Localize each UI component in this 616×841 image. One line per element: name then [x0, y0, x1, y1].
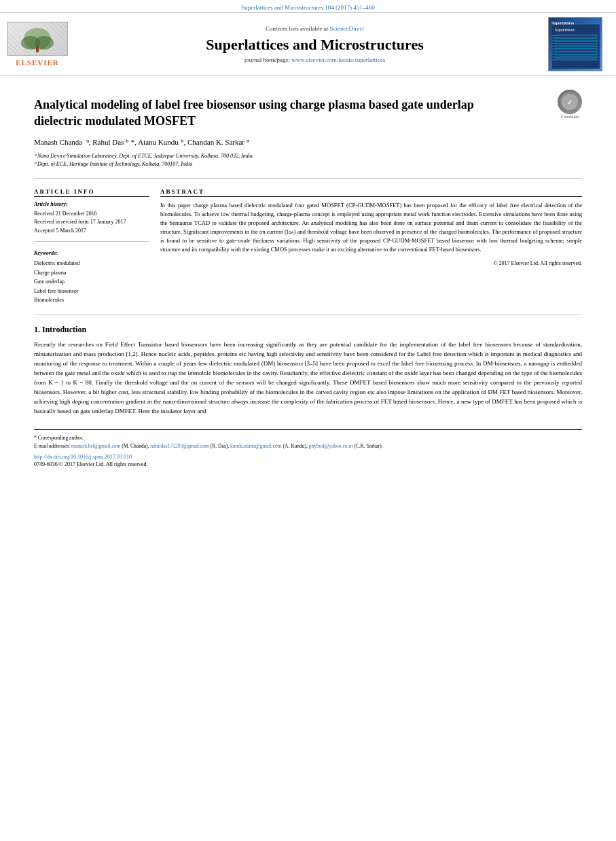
cover-art-svg: Superlattices — [552, 24, 600, 69]
journal-title-area: Contents lists available at ScienceDirec… — [88, 25, 541, 63]
paper-title: Analytical modeling of label free biosen… — [34, 96, 475, 130]
svg-text:Superlattices: Superlattices — [555, 28, 575, 32]
divider-abstract-body — [34, 315, 582, 315]
keyword-1: Dielectric modulated — [34, 259, 149, 268]
email-3-link[interactable]: kundu.atanu@gmail.com — [230, 443, 282, 449]
keyword-5: Biomolecules — [34, 296, 149, 305]
keyword-2: Charge plasma — [34, 268, 149, 278]
homepage-url[interactable]: www.elsevier.com/locate/superlattices — [291, 56, 385, 63]
contents-available-text: Contents lists available at ScienceDirec… — [95, 25, 535, 32]
crossmark-label: CrossMark — [558, 115, 582, 119]
journal-header: ELSEVIER Contents lists available at Sci… — [0, 12, 616, 76]
article-history-label: Article history: — [34, 201, 149, 207]
section-1-title: 1. Introduction — [34, 325, 582, 335]
elsevier-tree-logo — [7, 22, 68, 56]
abstract-column: ABSTRACT In this paper charge plasma bas… — [160, 188, 582, 305]
email-2-link[interactable]: rahuldas171293@gmail.com — [150, 443, 209, 449]
affiliation-b: ᵇ Dept. of ECE, Heritage Institute of Te… — [34, 160, 582, 168]
affiliations-area: ᵃ Nano Device Simulation Laboratory, Dep… — [34, 152, 582, 168]
elsevier-brand-text: ELSEVIER — [16, 58, 59, 67]
svg-point-2 — [35, 36, 54, 50]
revised-date: Received in revised form 17 January 2017 — [34, 218, 149, 227]
svg-point-0 — [24, 28, 51, 50]
crossmark-icon: ✓ — [558, 90, 582, 114]
crossmark-svg: ✓ — [559, 91, 581, 113]
crossmark-area: ✓ CrossMark — [558, 90, 582, 119]
abstract-header: ABSTRACT — [160, 188, 582, 197]
title-crossmark-row: Analytical modeling of label free biosen… — [34, 83, 582, 138]
journal-reference-link[interactable]: Superlattices and Microstructures 104 (2… — [0, 0, 616, 12]
journal-title: Superlattices and Microstructures — [95, 36, 535, 54]
copyright-line: © 2017 Elsevier Ltd. All rights reserved… — [160, 260, 582, 266]
journal-cover-area: Superlattices — [541, 17, 609, 71]
keywords-section: Keywords: Dielectric modulated Charge pl… — [34, 250, 149, 305]
issn-line: 0749-6036/© 2017 Elsevier Ltd. All right… — [34, 461, 582, 467]
corresponding-author-note: * Corresponding author. — [34, 434, 582, 442]
email-1-link[interactable]: manash.bst@gmail.com — [71, 443, 120, 449]
main-content-area: Analytical modeling of label free biosen… — [0, 76, 616, 474]
elsevier-tree-svg — [14, 24, 61, 54]
divider-history-keywords — [34, 241, 149, 242]
email-footnote: E-mail addresses: manash.bst@gmail.com (… — [34, 442, 582, 450]
accepted-date: Accepted 5 March 2017 — [34, 227, 149, 236]
article-info-column: ARTICLE INFO Article history: Received 2… — [34, 188, 149, 305]
article-info-header: ARTICLE INFO — [34, 188, 149, 197]
journal-homepage-line: journal homepage: www.elsevier.com/locat… — [95, 56, 535, 63]
doi-line[interactable]: http://dx.doi.org/10.1016/j.spmi.2017.03… — [34, 454, 582, 460]
affiliation-a: ᵃ Nano Device Simulation Laboratory, Dep… — [34, 152, 582, 160]
keyword-3: Gate underlap — [34, 277, 149, 287]
publisher-logo-area: ELSEVIER — [7, 22, 88, 67]
svg-rect-6 — [556, 35, 596, 58]
abstract-text: In this paper charge plasma based dielec… — [160, 201, 582, 255]
journal-cover-image: Superlattices — [548, 17, 602, 71]
keyword-4: Label free biosensor — [34, 287, 149, 296]
authors-line: Manash Chanda ᵃ, Rahul Das ᵇ *, Atanu Ku… — [34, 138, 582, 147]
journal-reference-text: Superlattices and Microstructures 104 (2… — [241, 4, 375, 11]
sciencedirect-link[interactable]: ScienceDirect — [330, 25, 364, 32]
footnotes-area: * Corresponding author. E-mail addresses… — [34, 429, 582, 467]
svg-point-1 — [21, 36, 40, 50]
svg-text:✓: ✓ — [567, 99, 573, 106]
section-1-body: Recently the researches on Field Effect … — [34, 340, 582, 416]
article-info-abstract-layout: ARTICLE INFO Article history: Received 2… — [34, 188, 582, 305]
divider-after-affiliations — [34, 178, 582, 179]
elsevier-logo: ELSEVIER — [7, 22, 68, 67]
svg-rect-3 — [36, 46, 39, 52]
received-date: Received 21 December 2016 — [34, 210, 149, 219]
email-4-link[interactable]: phyhod@yahoo.co.in — [309, 443, 352, 449]
keywords-label: Keywords: — [34, 250, 149, 256]
